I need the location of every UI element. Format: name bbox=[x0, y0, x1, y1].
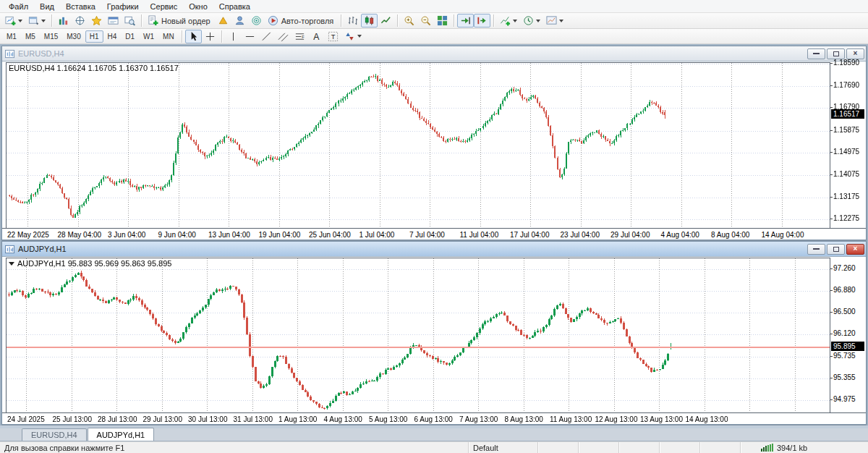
zoom-in-button[interactable] bbox=[401, 14, 417, 27]
templates-button[interactable] bbox=[543, 14, 566, 27]
timeframe-h1-button[interactable]: H1 bbox=[85, 30, 103, 43]
x-axis-label: 13 Aug 13:00 bbox=[640, 415, 683, 423]
timeframe-d1-button[interactable]: D1 bbox=[121, 30, 139, 43]
y-axis-label: 97.260 bbox=[833, 264, 856, 272]
toolbar-separator bbox=[141, 14, 142, 27]
toolbar-separator bbox=[221, 30, 222, 43]
new-chart-button[interactable] bbox=[2, 14, 25, 27]
terminal-button[interactable] bbox=[105, 14, 122, 27]
x-axis-label: 14 Aug 13:00 bbox=[686, 415, 728, 423]
chart-candles-icon bbox=[364, 15, 375, 26]
x-axis-label: 13 Jun 04:00 bbox=[208, 231, 250, 239]
data-window-button[interactable] bbox=[72, 14, 88, 27]
close-button[interactable]: × bbox=[846, 244, 864, 255]
signals-button[interactable] bbox=[248, 14, 265, 27]
y-axis-label: 1.18590 bbox=[833, 59, 859, 67]
periods-icon bbox=[523, 15, 534, 26]
chart-window-eurusd: EURUSD,H4 × EURUSD,H4 1.16624 1.16705 1.… bbox=[1, 46, 867, 240]
timeframe-m15-button[interactable]: M15 bbox=[40, 30, 62, 43]
menu-вид[interactable]: Вид bbox=[34, 1, 60, 12]
zoom-in-icon bbox=[404, 15, 414, 26]
menu-окно[interactable]: Окно bbox=[183, 1, 213, 12]
new-order-icon bbox=[148, 15, 158, 26]
zoom-out-button[interactable] bbox=[417, 14, 434, 27]
svg-text:F: F bbox=[302, 35, 305, 39]
window-titlebar[interactable]: AUDJPYd,H1 × bbox=[2, 242, 866, 257]
menu-справка[interactable]: Справка bbox=[213, 1, 256, 12]
text-button[interactable]: A bbox=[308, 30, 325, 43]
price-chart-audjpy[interactable] bbox=[6, 258, 830, 413]
chart-candles-button[interactable] bbox=[361, 14, 378, 27]
price-chart-eurusd[interactable] bbox=[6, 62, 830, 229]
x-axis-label: 29 Jul 13:00 bbox=[143, 415, 183, 423]
x-axis-label: 11 Aug 13:00 bbox=[550, 415, 592, 423]
timeframe-m1-button[interactable]: M1 bbox=[2, 30, 21, 43]
tile-windows-button[interactable] bbox=[434, 14, 451, 27]
navigator-button[interactable] bbox=[88, 14, 105, 27]
menu-сервис[interactable]: Сервис bbox=[145, 1, 184, 12]
metaeditor-button[interactable] bbox=[215, 14, 231, 27]
chart-shift-button[interactable] bbox=[474, 14, 490, 27]
chart-tab-audjpyd-h1[interactable]: AUDJPYd,H1 bbox=[88, 428, 155, 441]
restore-button[interactable] bbox=[827, 244, 845, 255]
menu-файл[interactable]: Файл bbox=[3, 1, 34, 12]
window-titlebar[interactable]: EURUSD,H4 × bbox=[2, 46, 866, 62]
crosshair-button[interactable] bbox=[202, 30, 218, 43]
x-axis-label: 11 Jul 04:00 bbox=[460, 231, 499, 239]
x-axis-label: 25 Jun 04:00 bbox=[309, 231, 351, 239]
menu-вставка[interactable]: Вставка bbox=[60, 1, 101, 12]
signals-icon bbox=[251, 15, 262, 26]
minimize-button[interactable] bbox=[807, 48, 825, 59]
y-axis-label: 1.12275 bbox=[833, 214, 859, 222]
toolbar-timeframes-tools: M1M5M15M30H1H4D1W1MNFAT bbox=[0, 29, 868, 44]
x-axis-label: 17 Jul 04:00 bbox=[510, 231, 550, 239]
fibonacci-icon: F bbox=[294, 31, 305, 42]
y-axis-tick bbox=[830, 378, 833, 378]
status-empty-cell bbox=[579, 442, 619, 453]
fibonacci-button[interactable]: F bbox=[292, 30, 308, 43]
timeframe-m30-button[interactable]: M30 bbox=[62, 30, 85, 43]
timeframe-h4-button[interactable]: H4 bbox=[103, 30, 122, 43]
open-profiles-button[interactable] bbox=[25, 14, 48, 27]
chart-tab-eurusd-h4[interactable]: EURUSD,H4 bbox=[22, 428, 87, 441]
indicators-button[interactable] bbox=[497, 14, 520, 27]
x-axis-label: 3 Jun 04:00 bbox=[108, 231, 145, 239]
minimize-button[interactable] bbox=[807, 244, 825, 255]
y-axis-tick bbox=[830, 356, 833, 357]
y-axis-label: 1.14975 bbox=[833, 148, 859, 156]
auto-scroll-button[interactable] bbox=[457, 14, 474, 27]
x-axis-label: 5 Aug 13:00 bbox=[369, 415, 407, 423]
collapse-arrow-icon[interactable] bbox=[9, 262, 14, 266]
equidistant-channel-button[interactable] bbox=[275, 30, 292, 43]
trendline-button[interactable] bbox=[258, 30, 275, 43]
text-icon: A bbox=[311, 31, 322, 42]
cursor-button[interactable] bbox=[185, 30, 202, 43]
text-label-button[interactable]: T bbox=[325, 30, 341, 43]
timeframe-m5-button[interactable]: M5 bbox=[21, 30, 40, 43]
periods-button[interactable] bbox=[520, 14, 543, 27]
restore-button[interactable] bbox=[827, 48, 845, 59]
y-axis-tick bbox=[830, 219, 833, 219]
chart-line-button[interactable] bbox=[378, 14, 394, 27]
menu-графики[interactable]: Графики bbox=[101, 1, 145, 12]
chart-bars-button[interactable] bbox=[344, 14, 361, 27]
x-axis-label: 31 Jul 13:00 bbox=[234, 415, 273, 423]
strategy-tester-button[interactable] bbox=[122, 14, 138, 27]
market-watch-button[interactable] bbox=[55, 14, 72, 27]
community-button[interactable] bbox=[231, 14, 248, 27]
status-help-text: Для вызова справки нажмите F1 bbox=[0, 442, 469, 453]
arrows-button[interactable] bbox=[341, 30, 365, 43]
timeframe-mn-button[interactable]: MN bbox=[158, 30, 179, 43]
new-order-button[interactable]: Новый ордер bbox=[145, 14, 215, 27]
timeframe-w1-button[interactable]: W1 bbox=[139, 30, 158, 43]
x-axis-label: 1 Jul 04:00 bbox=[359, 231, 395, 239]
horizontal-line-button[interactable] bbox=[242, 30, 258, 43]
y-axis-tick bbox=[830, 197, 833, 198]
status-profile[interactable]: Default bbox=[469, 442, 538, 453]
autotrading-button[interactable]: Авто-торговля bbox=[265, 14, 339, 27]
svg-text:A: A bbox=[313, 31, 320, 41]
y-axis-tick bbox=[830, 107, 833, 108]
toolbar-separator bbox=[182, 30, 182, 43]
vertical-line-button[interactable] bbox=[225, 30, 242, 43]
close-button[interactable]: × bbox=[846, 48, 864, 59]
